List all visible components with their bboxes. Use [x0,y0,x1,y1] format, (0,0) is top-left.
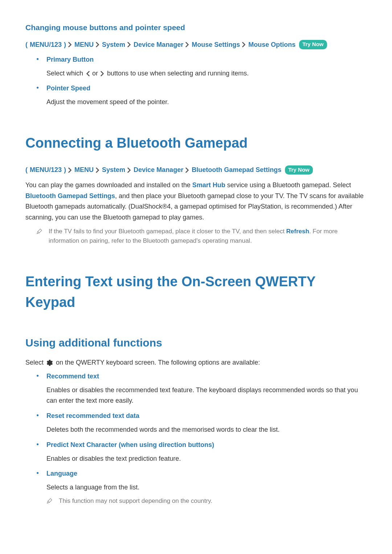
chevron-right-icon [242,42,246,47]
text: or [90,70,100,77]
list-item: Primary Button Select which or buttons t… [36,55,367,79]
feature-title: Pointer Speed [46,83,367,93]
chevron-right-icon [185,168,189,173]
text: on the QWERTY keyboard screen. The follo… [54,359,260,366]
breadcrumb-paren-open: ( [25,165,28,175]
section-title: Using additional functions [25,335,367,351]
feature-title: Primary Button [46,55,367,65]
breadcrumb-item[interactable]: Mouse Options [248,40,295,50]
feature-title: Predict Next Character (when using direc… [46,440,367,450]
body-paragraph: You can play the games downloaded and in… [25,180,367,223]
feature-desc: Adjust the movement speed of the pointer… [46,98,169,106]
list-item: Pointer Speed Adjust the movement speed … [36,83,367,107]
note-text: This function may not support depending … [59,496,212,507]
chevron-right-icon [68,42,72,47]
feature-title: Reset recommended text data [46,411,367,421]
text: buttons to use when selecting and runnin… [105,70,249,77]
breadcrumb-item[interactable]: System [102,165,125,175]
smart-hub-link[interactable]: Smart Hub [192,181,225,189]
breadcrumb-item[interactable]: MENU [74,40,94,50]
text: Select [25,359,45,366]
note: This function may not support depending … [46,496,367,507]
feature-desc: Selects a language from the list. [46,484,139,491]
breadcrumb-item[interactable]: Mouse Settings [192,40,240,50]
list-item: Predict Next Character (when using direc… [36,440,367,464]
page-title: Connecting a Bluetooth Gamepad [25,133,367,153]
gear-icon [46,359,53,366]
breadcrumb-item[interactable]: MENU/123 [30,165,62,175]
chevron-right-icon [127,42,131,47]
note-text: If the TV fails to find your Bluetooth g… [49,227,367,246]
page-title: Entering Text using the On-Screen QWERTY… [25,271,367,313]
feature-desc: Deletes both the recommended words and t… [46,426,279,433]
breadcrumb-item[interactable]: MENU [74,165,94,175]
breadcrumb-item[interactable]: Device Manager [134,40,183,50]
pencil-icon [36,227,42,246]
chevron-right-icon [101,71,105,76]
text: If the TV fails to find your Bluetooth g… [49,228,286,235]
breadcrumb-paren-close: ) [64,40,66,50]
feature-desc: Enables or disables the recommended text… [46,386,358,404]
pencil-icon [46,497,52,507]
breadcrumb-item[interactable]: System [102,40,125,50]
chevron-right-icon [96,42,100,47]
chevron-right-icon [185,42,189,47]
list-item: Reset recommended text data Deletes both… [36,411,367,435]
body-paragraph: Select on the QWERTY keyboard screen. Th… [25,357,367,368]
try-now-button[interactable]: Try Now [285,165,313,175]
breadcrumb: (MENU/123) MENU System Device Manager Bl… [25,165,367,175]
chevron-right-icon [127,168,131,173]
chevron-right-icon [68,168,72,173]
chevron-left-icon [86,71,90,76]
feature-title: Recommend text [46,372,367,381]
section-subtitle: Changing mouse buttons and pointer speed [25,22,367,33]
breadcrumb: (MENU/123) MENU System Device Manager Mo… [25,40,367,50]
breadcrumb-item[interactable]: Device Manager [134,165,183,175]
feature-desc: Select which or buttons to use when sele… [46,70,249,77]
text: You can play the games downloaded and in… [25,181,192,189]
try-now-button[interactable]: Try Now [299,40,327,49]
refresh-link[interactable]: Refresh [286,228,309,235]
breadcrumb-paren-open: ( [25,40,28,50]
bluetooth-gamepad-settings-link[interactable]: Bluetooth Gamepad Settings [25,192,115,200]
chevron-right-icon [96,168,100,173]
breadcrumb-item[interactable]: MENU/123 [30,40,62,50]
feature-title: Language [46,469,367,479]
note: If the TV fails to find your Bluetooth g… [36,227,367,246]
feature-desc: Enables or disables the text prediction … [46,455,181,462]
feature-list: Primary Button Select which or buttons t… [36,55,367,108]
breadcrumb-item[interactable]: Bluetooth Gamepad Settings [192,165,281,175]
text: service using a Bluetooth gamepad. Selec… [225,181,351,189]
feature-list: Recommend text Enables or disables the r… [36,372,367,507]
breadcrumb-paren-close: ) [64,165,66,175]
list-item: Recommend text Enables or disables the r… [36,372,367,406]
list-item: Language Selects a language from the lis… [36,469,367,507]
text: Select which [46,70,85,77]
